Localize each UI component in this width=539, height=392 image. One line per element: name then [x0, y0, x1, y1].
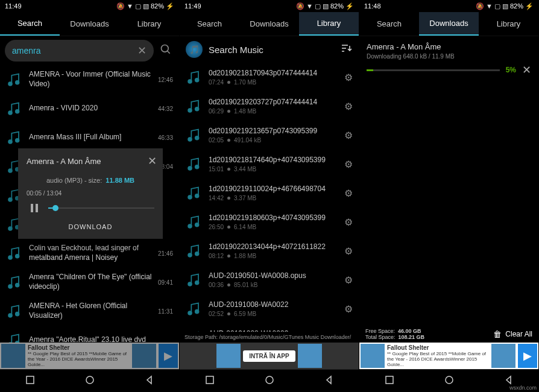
list-item[interactable]: AUD-20191008-WA002202:526.59 MB⚙: [180, 294, 359, 323]
nav-recent-icon[interactable]: [385, 375, 394, 387]
music-icon: [6, 129, 23, 146]
pause-button[interactable]: [27, 200, 42, 216]
wifi-icon: ▼: [306, 2, 313, 10]
ad-arrow-icon[interactable]: ▶: [159, 344, 178, 368]
svg-rect-51: [386, 376, 393, 384]
gear-icon[interactable]: ⚙: [344, 101, 353, 112]
nav-recent-icon[interactable]: [25, 375, 35, 387]
download-subtitle: Downloading 648.0 kB / 11.9 MB: [367, 53, 531, 60]
gear-icon[interactable]: ⚙: [344, 130, 353, 141]
gear-icon[interactable]: ⚙: [344, 217, 353, 228]
svg-point-36: [195, 165, 199, 169]
svg-point-25: [86, 376, 93, 384]
list-item[interactable]: AUD-20190501-WA0008.opus00:3685.01 kB⚙: [180, 265, 359, 294]
progress-bar[interactable]: [48, 207, 154, 209]
result-duration: 3:04: [162, 163, 173, 170]
preview-popup: ✕ Amenra - A Mon Âme audio (MP3) - size:…: [18, 148, 163, 239]
list-item[interactable]: Colin van Eeckhout, lead singer of metal…: [0, 239, 179, 268]
result-title: Colin van Eeckhout, lead singer of metal…: [29, 244, 152, 262]
search-input[interactable]: [12, 46, 137, 55]
phone-library: 11:49 🔕 ▼ ▢ ▧ 82% ⚡ Search Downloads Lib…: [180, 0, 359, 392]
tab-library[interactable]: Library: [299, 12, 359, 36]
search-row: ✕: [0, 36, 179, 65]
svg-point-43: [188, 282, 192, 286]
track-meta: 02:526.59 MB: [209, 311, 338, 317]
list-item[interactable]: AMENRA - Voor Immer (Official Music Vide…: [0, 65, 179, 94]
library-header: 🎵 Search Music: [180, 36, 359, 63]
list-item[interactable]: 0d20190218170943p074744441407:241.70 MB⚙: [180, 63, 359, 92]
tab-downloads[interactable]: Downloads: [60, 12, 119, 36]
list-item[interactable]: AUD-20191008-WA0023.aac02:531.97 MB⚙: [180, 323, 359, 332]
list-item[interactable]: 1d20190219110024p+4676649870414:423.37 M…: [180, 179, 359, 207]
nav-home-icon[interactable]: [265, 375, 274, 387]
gear-icon[interactable]: ⚙: [344, 245, 353, 257]
list-item[interactable]: Amenra "Children Of The Eye" (official v…: [0, 268, 179, 297]
tab-search[interactable]: Search: [0, 12, 60, 36]
track-title: 1d20190220134044p+40721611822: [209, 242, 338, 252]
ad-banner[interactable]: Fallout Shelter ** Google Play Best of 2…: [0, 343, 179, 369]
list-item[interactable]: 0d20190219213657p074309539902:05491.04 k…: [180, 121, 359, 150]
download-item: Amenra - A Mon Âme Downloading 648.0 kB …: [359, 36, 538, 83]
nav-home-icon[interactable]: [444, 375, 454, 387]
clear-all-button[interactable]: 🗑 Clear All: [493, 328, 532, 340]
app-icon: 🎵: [186, 41, 203, 58]
ad-image: [361, 344, 385, 368]
nav-back-icon[interactable]: [324, 375, 334, 387]
svg-point-19: [16, 312, 19, 316]
svg-point-42: [195, 252, 199, 256]
tab-library[interactable]: Library: [479, 12, 538, 36]
tab-downloads[interactable]: Downloads: [419, 12, 479, 36]
search-box: ✕: [5, 40, 154, 62]
result-duration: 21:46: [158, 250, 173, 257]
list-item[interactable]: Amenra Mass III [Full Album]46:33: [0, 123, 179, 152]
clear-icon[interactable]: ✕: [137, 44, 147, 57]
search-icon[interactable]: [157, 43, 174, 58]
ad-cta[interactable]: INTRĂ ÎN APP: [243, 350, 295, 362]
gear-icon[interactable]: ⚙: [344, 159, 353, 170]
navbar: [0, 369, 179, 392]
status-bar: 11:49 🔕 ▼ ▢ ▧ 82% ⚡: [180, 0, 359, 12]
list-item[interactable]: 1d20190220134044p+4072161182208:121.88 M…: [180, 236, 359, 265]
svg-point-33: [188, 138, 192, 141]
gear-icon[interactable]: ⚙: [344, 274, 353, 286]
track-title: AUD-20191008-WA0022: [209, 300, 338, 310]
gear-icon[interactable]: ⚙: [344, 72, 353, 83]
ad-banner[interactable]: Fallout Shelter ** Google Play Best of 2…: [359, 343, 538, 369]
nav-recent-icon[interactable]: [205, 375, 215, 387]
close-icon[interactable]: ✕: [148, 154, 157, 168]
svg-rect-23: [36, 204, 38, 212]
tab-bar: Search Downloads Library: [359, 12, 538, 36]
sort-icon[interactable]: [341, 42, 353, 57]
wifi-icon: ▼: [486, 2, 493, 10]
list-item[interactable]: Amenra "Aorte.Ritual" 23.10 live dvd: [0, 326, 179, 343]
nfc-icon: ▧: [502, 2, 508, 10]
download-button[interactable]: DOWNLOAD: [27, 216, 154, 233]
tab-search[interactable]: Search: [359, 12, 419, 36]
phone-search: 11:49 🔕 ▼ ▢ ▧ 82% ⚡ Search Downloads Lib…: [0, 0, 180, 392]
cancel-download-icon[interactable]: ✕: [522, 63, 531, 77]
ad-banner[interactable]: INTRĂ ÎN APP: [180, 343, 359, 369]
tab-search[interactable]: Search: [180, 12, 239, 36]
list-item[interactable]: 1d20190218174640p+4074309539915:013.44 M…: [180, 150, 359, 179]
nav-back-icon[interactable]: [145, 375, 154, 387]
list-item[interactable]: 1d20190219180603p+4074309539926:506.14 M…: [180, 207, 359, 236]
svg-line-1: [168, 51, 170, 53]
tab-downloads[interactable]: Downloads: [239, 12, 299, 36]
svg-point-41: [188, 253, 192, 257]
nav-home-icon[interactable]: [85, 375, 95, 387]
player-row: [27, 200, 154, 216]
list-item[interactable]: AMENRA - Het Gloren (Official Visualizer…: [0, 297, 179, 326]
ad-image2: [298, 344, 322, 368]
gear-icon[interactable]: ⚙: [344, 303, 353, 315]
ad-image2: [132, 344, 156, 368]
ad-arrow-icon[interactable]: ▶: [518, 344, 537, 368]
list-item[interactable]: 0d20190219203727p074744441406:291.48 MB⚙: [180, 92, 359, 121]
list-item[interactable]: Amenra - VIVID 202044:32: [0, 94, 179, 123]
gear-icon[interactable]: ⚙: [344, 188, 353, 199]
result-duration: 09:41: [158, 279, 173, 286]
library-list: 0d20190218170943p074744441407:241.70 MB⚙…: [180, 63, 359, 332]
svg-point-0: [162, 45, 169, 52]
tab-library[interactable]: Library: [119, 12, 179, 36]
svg-point-10: [8, 198, 12, 201]
result-title: Amenra - VIVID 2020: [29, 104, 152, 113]
